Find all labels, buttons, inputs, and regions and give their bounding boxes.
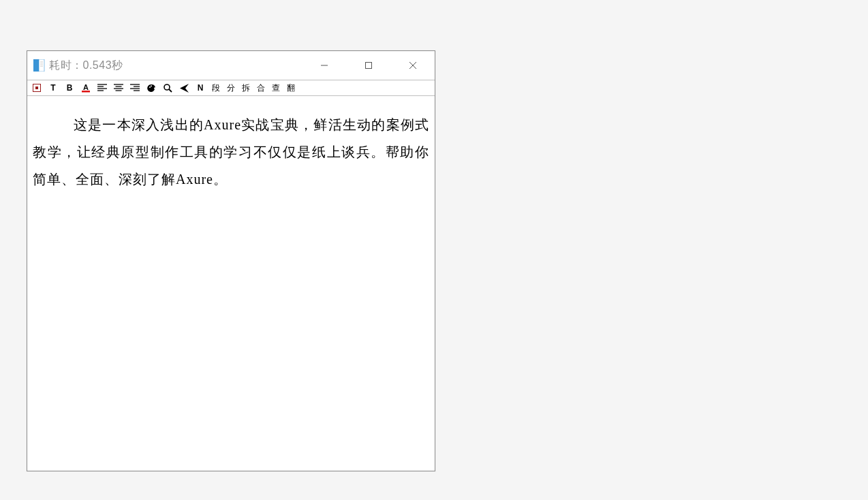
check-button[interactable]: 查 (271, 82, 281, 93)
svg-rect-0 (33, 59, 39, 72)
align-center-button[interactable] (113, 82, 124, 93)
close-button[interactable] (390, 51, 435, 80)
merge-button[interactable]: 合 (256, 82, 266, 93)
paragraph-text[interactable]: 这是一本深入浅出的Axure实战宝典，鲜活生动的案例式教学，让经典原型制作工具的… (33, 111, 429, 193)
align-right-button[interactable] (129, 82, 140, 93)
svg-point-27 (164, 84, 170, 90)
svg-rect-6 (365, 63, 371, 69)
titlebar[interactable]: 耗时：0.543秒 (27, 51, 435, 80)
minimize-button[interactable] (302, 51, 346, 80)
app-window: 耗时：0.543秒 T B A (27, 50, 435, 471)
align-left-button[interactable] (97, 82, 108, 93)
paragraph-button[interactable]: 段 (211, 82, 221, 93)
text-tool-button[interactable]: T (48, 82, 59, 93)
search-icon[interactable] (162, 82, 173, 93)
window-title: 耗时：0.543秒 (49, 59, 123, 73)
send-icon[interactable] (179, 82, 189, 93)
split-button[interactable]: 分 (226, 82, 236, 93)
content-area[interactable]: 这是一本深入浅出的Axure实战宝典，鲜活生动的案例式教学，让经典原型制作工具的… (27, 96, 435, 471)
tear-button[interactable]: 拆 (241, 82, 251, 93)
translate-button[interactable]: 翻 (286, 82, 296, 93)
app-icon (33, 59, 45, 72)
svg-rect-12 (82, 91, 90, 93)
svg-point-26 (151, 85, 152, 87)
maximize-button[interactable] (346, 51, 390, 80)
font-color-button[interactable]: A (80, 82, 91, 93)
svg-rect-1 (39, 59, 44, 72)
toolbar: T B A N 段 分 拆 合 查 翻 (27, 80, 435, 96)
svg-point-25 (149, 87, 151, 88)
svg-text:A: A (83, 83, 89, 91)
normal-button[interactable]: N (195, 82, 206, 93)
svg-line-28 (169, 89, 172, 92)
svg-rect-10 (35, 87, 38, 89)
bold-button[interactable]: B (64, 82, 75, 93)
palette-icon[interactable] (146, 82, 157, 93)
stop-icon[interactable] (31, 82, 42, 93)
